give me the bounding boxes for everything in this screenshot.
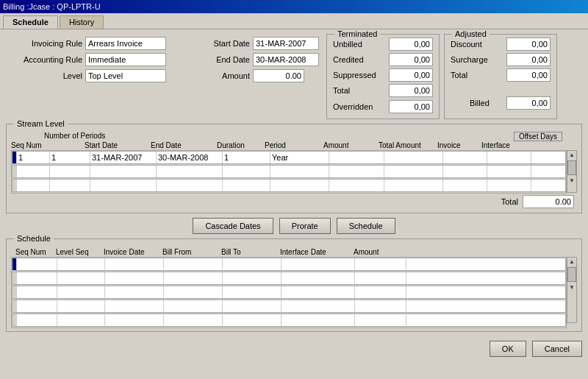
stream-cell-numperiods-1: 1 [50, 152, 90, 163]
amount-input[interactable] [253, 69, 304, 82]
stream-cell-period-1: Year [270, 152, 329, 163]
schedule-row-5[interactable] [12, 314, 566, 327]
top-section: Invoicing Rule Accounting Rule Level Sta… [6, 34, 582, 119]
title-bar: Billing :Jcase : QP-LPTR-U [0, 0, 588, 13]
overridden-row: Overridden [333, 100, 433, 113]
num-periods-col-header [44, 141, 85, 149]
offset-days-header: Offset Days [514, 132, 562, 141]
credited-row: Credited [333, 53, 433, 66]
credited-input[interactable] [389, 53, 433, 66]
tab-schedule[interactable]: Schedule [3, 15, 58, 29]
seq-num-col-header: Seq Num [11, 141, 44, 149]
surcharge-input[interactable] [506, 53, 551, 66]
stream-column-headers: Seq Num Start Date End Date Duration Per… [11, 141, 577, 149]
credited-label: Credited [333, 55, 384, 64]
end-date-input[interactable] [253, 53, 319, 66]
surcharge-row: Surcharge [451, 53, 551, 66]
stream-row-1[interactable]: 1 1 31-MAR-2007 30-MAR-2008 1 Year [12, 151, 566, 164]
schedule-row-3[interactable] [12, 286, 566, 299]
ok-button[interactable]: OK [490, 341, 526, 357]
prorate-button[interactable]: Prorate [279, 218, 331, 234]
action-buttons: Cascade Dates Prorate Schedule [6, 218, 582, 234]
billed-input[interactable] [506, 96, 551, 110]
adjusted-title: Adjusted [452, 29, 490, 38]
schedule-button[interactable]: Schedule [337, 218, 395, 234]
suppressed-input[interactable] [389, 68, 433, 82]
adjusted-total-input[interactable] [506, 68, 551, 82]
schedule-table-container: ▲ ▼ [11, 257, 577, 328]
schedule-table [11, 257, 567, 328]
adjusted-total-label: Total [451, 71, 502, 79]
overridden-label: Overridden [333, 102, 384, 111]
scroll-down-arrow[interactable]: ▼ [568, 177, 576, 185]
terminated-total-input[interactable] [389, 84, 433, 97]
tab-history[interactable]: History [60, 15, 104, 29]
amount-row: Amount [176, 69, 319, 82]
level-label: Level [9, 71, 82, 80]
stream-cell-startdate-1: 31-MAR-2007 [90, 152, 157, 163]
level-input[interactable] [85, 69, 166, 82]
adjusted-box: Adjusted Discount Surcharge Total Billed [444, 34, 557, 119]
invoicing-rule-input[interactable] [85, 37, 166, 50]
schedule-section-title: Schedule [14, 234, 54, 243]
discount-row: Discount [451, 38, 551, 51]
s-interfacedate-header: Interface Date [280, 248, 354, 256]
billed-row: Billed [451, 96, 551, 110]
end-date-col-header: End Date [151, 141, 217, 149]
num-periods-header: Number of Periods [44, 132, 105, 141]
adjusted-total-row: Total [451, 68, 551, 82]
discount-label: Discount [451, 40, 502, 49]
stream-row-2[interactable] [12, 165, 566, 178]
date-fields: Start Date End Date Amount [173, 34, 322, 119]
cascade-dates-button[interactable]: Cascade Dates [193, 218, 273, 234]
stream-row-3[interactable] [12, 179, 566, 192]
s-invoicedate-header: Invoice Date [104, 248, 162, 256]
stream-table-container: 1 1 31-MAR-2007 30-MAR-2008 1 Year [11, 150, 577, 194]
stream-table: 1 1 31-MAR-2007 30-MAR-2008 1 Year [11, 150, 567, 194]
main-content: Invoicing Rule Accounting Rule Level Sta… [0, 29, 588, 336]
start-date-label: Start Date [176, 39, 250, 48]
stream-total-row: Total [11, 194, 577, 210]
schedule-section: Schedule Seq Num Level Seq Invoice Date … [6, 238, 582, 332]
interface-col-header: Interface [481, 141, 526, 149]
total-amount-col-header: Total Amount [379, 141, 437, 149]
stream-cell-seqnum-1: 1 [17, 152, 50, 163]
schedule-scroll-down-arrow[interactable]: ▼ [568, 283, 576, 291]
stream-cell-invoice-1 [443, 152, 487, 163]
overridden-input[interactable] [389, 100, 433, 113]
schedule-row-4[interactable] [12, 300, 566, 313]
unbilled-input[interactable] [389, 38, 433, 51]
end-date-row: End Date [176, 53, 319, 66]
window-title: Billing :Jcase : QP-LPTR-U [3, 2, 101, 11]
stream-cell-duration-1: 1 [223, 152, 270, 163]
duration-col-header: Duration [217, 141, 265, 149]
cancel-button[interactable]: Cancel [532, 341, 582, 357]
accounting-rule-row: Accounting Rule [9, 53, 166, 66]
start-date-col-header: Start Date [85, 141, 151, 149]
schedule-column-headers: Seq Num Level Seq Invoice Date Bill From… [11, 248, 577, 256]
stream-total-input[interactable] [523, 195, 574, 208]
schedule-row-1[interactable] [12, 258, 566, 271]
schedule-row-2[interactable] [12, 272, 566, 285]
schedule-scroll-up-arrow[interactable]: ▲ [568, 258, 576, 266]
schedule-scroll-thumb[interactable] [567, 267, 576, 282]
accounting-rule-input[interactable] [85, 53, 166, 66]
start-date-row: Start Date [176, 37, 319, 50]
surcharge-label: Surcharge [451, 55, 502, 64]
s-billto-header: Bill To [221, 248, 280, 256]
discount-input[interactable] [506, 38, 551, 51]
stream-cell-amount-1 [329, 152, 384, 163]
stream-section: Stream Level Number of Periods Offset Da… [6, 124, 582, 213]
tab-bar: Schedule History [0, 13, 588, 29]
scroll-up-arrow[interactable]: ▲ [568, 151, 576, 159]
invoicing-rule-row: Invoicing Rule [9, 37, 166, 50]
scroll-thumb[interactable] [567, 160, 576, 175]
amount-col-header: Amount [323, 141, 379, 149]
accounting-rule-label: Accounting Rule [9, 55, 82, 64]
schedule-scrollbar[interactable]: ▲ ▼ [567, 257, 577, 323]
stream-scrollbar[interactable]: ▲ ▼ [567, 150, 577, 193]
start-date-input[interactable] [253, 37, 319, 50]
terminated-title: Terminated [334, 29, 380, 38]
invoice-col-header: Invoice [437, 141, 481, 149]
stream-cell-enddate-1: 30-MAR-2008 [157, 152, 223, 163]
